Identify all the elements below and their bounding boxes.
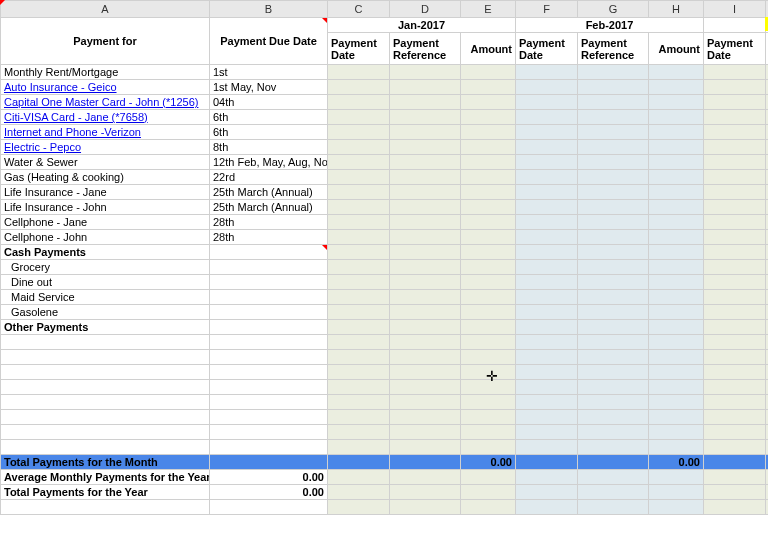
cell[interactable]	[704, 410, 766, 425]
cell[interactable]	[328, 230, 390, 245]
payment-for-cell[interactable]: Gas (Heating & cooking)	[1, 170, 210, 185]
cell[interactable]	[516, 440, 578, 455]
cell[interactable]	[649, 440, 704, 455]
cell[interactable]	[461, 170, 516, 185]
cell[interactable]	[704, 95, 766, 110]
cell[interactable]	[390, 350, 461, 365]
cash-item-cell[interactable]: Dine out	[1, 275, 210, 290]
cell[interactable]	[516, 380, 578, 395]
cell[interactable]	[649, 350, 704, 365]
cell[interactable]	[578, 365, 649, 380]
cash-b[interactable]	[210, 245, 328, 260]
cell[interactable]	[328, 110, 390, 125]
cell[interactable]	[461, 365, 516, 380]
cell[interactable]	[461, 410, 516, 425]
cell[interactable]	[390, 410, 461, 425]
payment-for-cell[interactable]: Life Insurance - Jane	[1, 185, 210, 200]
cell[interactable]	[328, 125, 390, 140]
cell[interactable]	[578, 200, 649, 215]
cell[interactable]	[704, 140, 766, 155]
cell[interactable]	[649, 410, 704, 425]
cell[interactable]	[704, 185, 766, 200]
due-date-cell[interactable]: 28th	[210, 230, 328, 245]
due-date-cell[interactable]: 8th	[210, 140, 328, 155]
payment-for-cell[interactable]: Electric - Pepco	[1, 140, 210, 155]
cell[interactable]	[210, 425, 328, 440]
cell[interactable]	[210, 380, 328, 395]
due-date-cell[interactable]: 6th	[210, 125, 328, 140]
cell[interactable]	[390, 125, 461, 140]
cell[interactable]	[704, 155, 766, 170]
cell[interactable]	[649, 290, 704, 305]
payment-for-cell[interactable]: Cellphone - John	[1, 230, 210, 245]
cell[interactable]	[328, 410, 390, 425]
cell[interactable]	[328, 155, 390, 170]
cell[interactable]	[328, 200, 390, 215]
cell[interactable]	[578, 260, 649, 275]
cell[interactable]	[578, 410, 649, 425]
cell[interactable]	[516, 290, 578, 305]
cell[interactable]	[516, 80, 578, 95]
cell[interactable]	[328, 95, 390, 110]
payment-for-cell[interactable]: Citi-VISA Card - Jane (*7658)	[1, 110, 210, 125]
cell[interactable]	[461, 65, 516, 80]
cell[interactable]	[461, 380, 516, 395]
cell[interactable]	[328, 305, 390, 320]
link[interactable]: Internet and Phone -Verizon	[4, 126, 141, 138]
cell[interactable]	[390, 80, 461, 95]
col-H[interactable]: H	[649, 1, 704, 18]
cell[interactable]	[461, 335, 516, 350]
cell[interactable]	[578, 395, 649, 410]
payment-for-cell[interactable]: Water & Sewer	[1, 155, 210, 170]
cell[interactable]	[649, 230, 704, 245]
cell[interactable]	[704, 290, 766, 305]
cell[interactable]	[390, 65, 461, 80]
link[interactable]: Citi-VISA Card - Jane (*7658)	[4, 111, 148, 123]
cell[interactable]	[328, 80, 390, 95]
cell[interactable]	[328, 380, 390, 395]
cell[interactable]	[578, 275, 649, 290]
cell[interactable]	[1, 380, 210, 395]
cell[interactable]	[649, 185, 704, 200]
cell[interactable]	[578, 380, 649, 395]
cell[interactable]	[649, 170, 704, 185]
cell[interactable]	[516, 305, 578, 320]
cell[interactable]	[390, 290, 461, 305]
cell[interactable]	[390, 140, 461, 155]
cell[interactable]	[578, 290, 649, 305]
payment-for-cell[interactable]: Monthly Rent/Mortgage	[1, 65, 210, 80]
cell[interactable]	[328, 365, 390, 380]
payment-for-cell[interactable]: Capital One Master Card - John (*1256)	[1, 95, 210, 110]
cell[interactable]	[461, 200, 516, 215]
cell[interactable]	[390, 365, 461, 380]
cell[interactable]	[578, 110, 649, 125]
cell[interactable]	[649, 380, 704, 395]
cell[interactable]	[210, 305, 328, 320]
cell[interactable]	[516, 395, 578, 410]
cell[interactable]	[390, 200, 461, 215]
cell[interactable]	[704, 215, 766, 230]
cell[interactable]	[516, 110, 578, 125]
cell[interactable]	[578, 350, 649, 365]
cell[interactable]	[578, 230, 649, 245]
cell[interactable]	[649, 305, 704, 320]
cell[interactable]	[461, 350, 516, 365]
cell[interactable]	[516, 95, 578, 110]
cell[interactable]	[516, 125, 578, 140]
col-I[interactable]: I	[704, 1, 766, 18]
payment-for-cell[interactable]: Cellphone - Jane	[1, 215, 210, 230]
cell[interactable]	[704, 80, 766, 95]
cash-item-cell[interactable]: Gasolene	[1, 305, 210, 320]
payment-for-cell[interactable]: Life Insurance - John	[1, 200, 210, 215]
cell[interactable]	[578, 305, 649, 320]
cell[interactable]	[461, 125, 516, 140]
cell[interactable]	[390, 335, 461, 350]
cell[interactable]	[390, 215, 461, 230]
link[interactable]: Auto Insurance - Geico	[4, 81, 117, 93]
cell[interactable]	[461, 215, 516, 230]
cell[interactable]	[1, 350, 210, 365]
cell[interactable]	[461, 80, 516, 95]
cell[interactable]	[578, 125, 649, 140]
cell[interactable]	[704, 230, 766, 245]
cell[interactable]	[649, 65, 704, 80]
